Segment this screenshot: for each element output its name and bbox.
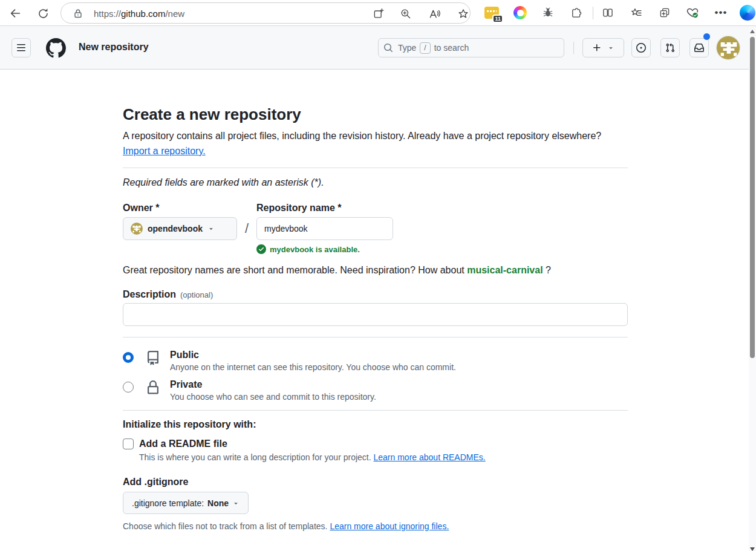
pull-requests-button[interactable] [660,38,680,57]
search-placeholder-suffix: to search [434,43,469,53]
gitignore-button-label: .gitignore template: [132,498,204,508]
issues-button[interactable] [631,38,651,57]
chevron-down-icon [607,44,614,51]
required-fields-note: Required fields are marked with an aster… [123,177,628,188]
visibility-option-public[interactable]: Public Anyone on the internet can see th… [123,350,628,372]
public-description: Anyone on the internet can see this repo… [170,362,456,372]
slash-key-hint: / [420,42,430,54]
plus-icon [592,43,602,53]
address-bar[interactable]: https://github.com/new [60,2,471,24]
github-logo[interactable] [46,38,66,58]
workspaces-icon[interactable] [371,6,386,22]
owner-required-asterisk: * [155,203,159,213]
extension-badge: 11 [492,15,503,23]
readme-checkbox[interactable] [123,439,134,449]
refresh-button[interactable] [34,4,52,22]
scrollbar-thumb[interactable] [750,37,755,358]
divider [123,337,628,337]
gitignore-learn-more-link[interactable]: Learn more about ignoring files. [330,521,449,531]
visibility-option-private[interactable]: Private You choose who can see and commi… [123,379,628,402]
scrollbar[interactable] [749,26,756,551]
extension-tabs-icon[interactable]: 11 [483,4,500,21]
split-screen-icon[interactable] [599,4,616,21]
github-header: New repository Type / to search [0,26,749,70]
description-input[interactable] [123,303,628,326]
more-menu-icon[interactable]: ••• [712,4,729,21]
extension-dots [487,10,497,12]
back-button[interactable] [6,4,24,22]
scroll-up-arrow[interactable] [750,30,755,33]
repo-book-icon [134,350,170,366]
search-icon [383,43,393,53]
hamburger-menu-button[interactable] [11,38,31,57]
hamburger-icon [16,43,26,53]
readme-description: This is where you can write a long descr… [139,452,628,462]
search-placeholder-prefix: Type [398,43,416,53]
divider [123,410,628,411]
gitignore-template-select[interactable]: .gitignore template: None [123,492,249,514]
favorites-list-icon[interactable] [628,4,645,21]
inbox-icon [694,43,704,53]
repo-required-asterisk: * [337,203,341,213]
owner-select[interactable]: opendevbook [123,217,237,240]
owner-name: opendevbook [148,224,203,233]
page-context-title: New repository [79,42,149,53]
private-description: You choose who can see and commit to thi… [170,392,376,402]
avatar[interactable] [716,36,740,60]
public-label: Public [170,350,456,360]
intro-sentence: A repository contains all project files,… [123,131,601,141]
suggested-name-link[interactable]: musical-carnival [467,265,543,275]
favorite-star-icon[interactable] [455,6,471,22]
refresh-icon [37,7,50,20]
private-label: Private [170,379,376,390]
check-circle-icon [256,244,266,254]
git-pull-request-icon [665,43,675,53]
url-host: github.com [121,8,165,19]
owner-avatar [131,223,143,235]
chevron-down-icon [207,225,215,232]
extensions-puzzle-icon[interactable] [567,4,584,21]
gitignore-description: Choose which files not to track from a l… [123,521,628,531]
copilot-icon[interactable] [739,4,756,21]
bug-extension-icon[interactable] [539,4,556,21]
notification-dot [703,33,710,40]
divider [123,168,628,168]
url-text[interactable]: https://github.com/new [94,8,184,19]
readme-learn-more-link[interactable]: Learn more about READMEs. [374,452,486,462]
readme-label: Add a README file [139,439,227,449]
search-input[interactable]: Type / to search [378,38,564,57]
zoom-icon[interactable] [398,6,414,22]
page-title: Create a new repository [123,104,628,125]
url-path: /new [165,8,184,19]
intro-text: A repository contains all project files,… [123,128,628,158]
description-label: Description [123,289,176,300]
browser-toolbar: https://github.com/new 11 [0,0,756,26]
public-radio[interactable] [123,352,134,363]
issue-opened-icon [636,43,646,53]
scroll-down-arrow[interactable] [750,547,755,551]
owner-label: Owner * [123,203,256,214]
import-repository-link[interactable]: Import a repository. [123,146,206,156]
availability-status: mydevbook is available. [256,244,628,254]
collections-icon[interactable] [656,4,673,21]
browser-essentials-icon[interactable] [684,4,701,21]
url-scheme: https:// [94,8,121,19]
owner-repo-separator: / [237,221,256,236]
inbox-button[interactable] [689,38,709,57]
main-content: Create a new repository A repository con… [0,70,749,551]
create-new-button[interactable] [582,38,624,57]
chevron-down-icon [232,500,240,507]
read-aloud-icon[interactable] [426,6,442,22]
lock-icon [134,380,170,396]
header-divider [573,42,574,54]
site-security-lock-icon[interactable] [73,8,83,19]
description-optional-hint: (optional) [180,290,213,299]
private-radio[interactable] [123,382,134,393]
repository-name-input[interactable] [256,217,393,240]
initialize-heading: Initialize this repository with: [123,419,628,430]
name-suggestion: Great repository names are short and mem… [123,265,628,276]
color-wheel-extension-icon[interactable] [512,4,529,21]
toolbar-divider [593,7,593,19]
gitignore-button-value: None [207,498,229,508]
back-icon [8,7,22,20]
